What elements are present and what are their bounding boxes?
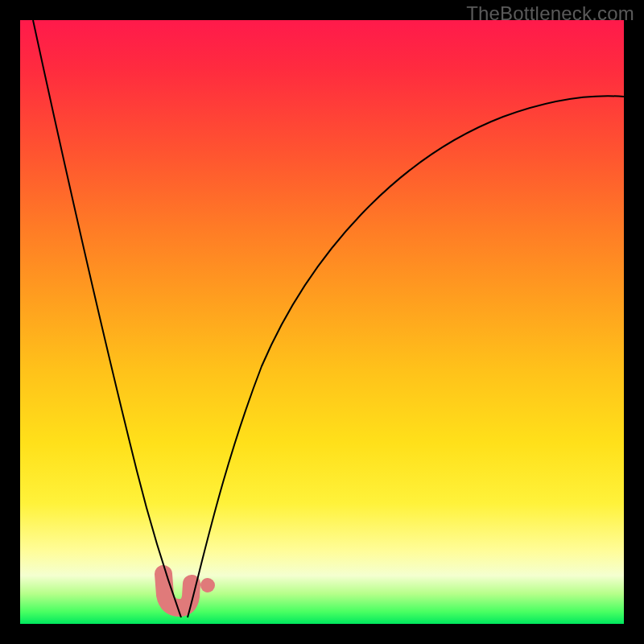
highlight-dot (200, 578, 215, 592)
chart-svg (20, 20, 624, 624)
curve-left-branch (33, 20, 181, 617)
watermark-text: TheBottleneck.com (466, 2, 634, 25)
curve-right-branch (188, 96, 624, 617)
chart-frame (20, 20, 624, 624)
